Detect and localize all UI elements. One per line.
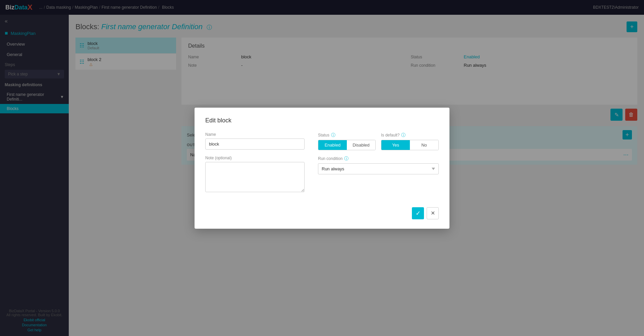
status-info-icon[interactable]: ⓘ <box>331 132 335 138</box>
modal-cancel-button[interactable]: ✕ <box>427 207 439 219</box>
name-field-group: Name <box>205 132 305 150</box>
modal-left: Name Note (optional) <box>205 132 305 199</box>
modal-footer: ✓ ✕ <box>205 207 439 219</box>
modal-body: Name Note (optional) Status ⓘ <box>205 132 439 199</box>
edit-block-modal: Edit block Name Note (optional) <box>195 108 449 229</box>
modal-title: Edit block <box>205 117 439 124</box>
note-field-group: Note (optional) <box>205 156 305 193</box>
modal-overlay: Edit block Name Note (optional) <box>0 0 644 336</box>
name-label: Name <box>205 132 305 137</box>
run-condition-select[interactable]: Run always Run conditionally Never run <box>318 163 439 174</box>
status-toggle: Enabled Disabled <box>318 140 376 150</box>
status-enabled-button[interactable]: Enabled <box>318 140 347 150</box>
note-label: Note (optional) <box>205 156 305 160</box>
modal-confirm-button[interactable]: ✓ <box>412 207 424 219</box>
name-input[interactable] <box>205 138 305 150</box>
modal-right-grid: Status ⓘ Enabled Disabled Is default? ⓘ <box>318 132 439 150</box>
status-disabled-button[interactable]: Disabled <box>347 140 375 150</box>
run-condition-group: Run condition ⓘ Run always Run condition… <box>318 156 439 174</box>
note-textarea[interactable] <box>205 162 305 192</box>
is-default-group: Is default? ⓘ Yes No <box>381 132 439 150</box>
modal-right: Status ⓘ Enabled Disabled Is default? ⓘ <box>318 132 439 199</box>
run-condition-info-icon[interactable]: ⓘ <box>344 156 348 162</box>
is-default-info-icon[interactable]: ⓘ <box>401 132 406 138</box>
status-group: Status ⓘ Enabled Disabled <box>318 132 376 150</box>
is-default-no-button[interactable]: No <box>410 140 438 150</box>
run-condition-label: Run condition <box>318 156 342 161</box>
is-default-yes-button[interactable]: Yes <box>381 140 410 150</box>
status-label: Status <box>318 133 329 137</box>
is-default-toggle: Yes No <box>381 140 439 150</box>
is-default-label: Is default? <box>381 133 399 137</box>
